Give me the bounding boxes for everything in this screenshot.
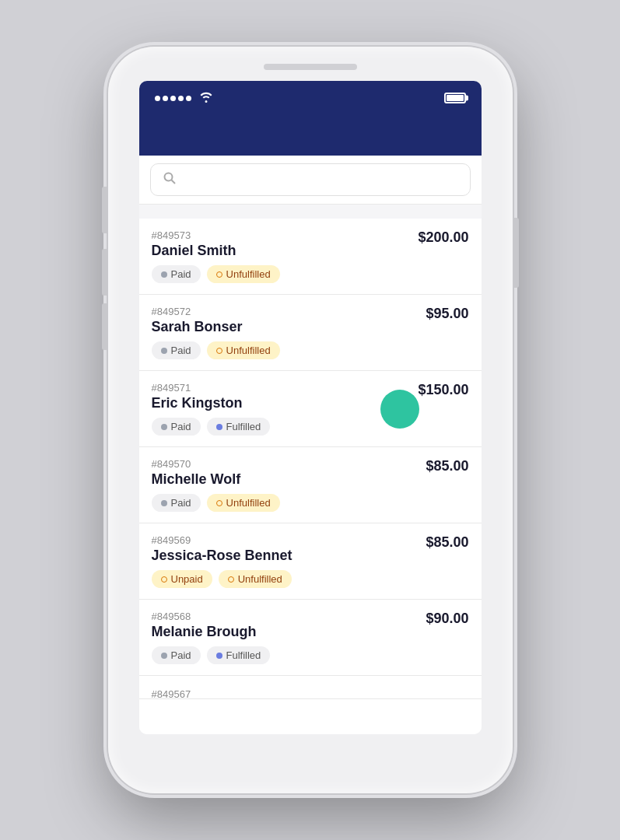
order-tag-unfulfilled: Unfulfilled xyxy=(207,265,280,283)
order-info: #849569 Jessica-Rose Bennet xyxy=(152,534,292,564)
tag-dot xyxy=(216,653,222,659)
tag-dot xyxy=(161,424,167,430)
tag-dot xyxy=(216,424,222,430)
search-icon xyxy=(163,172,176,187)
tag-label: Paid xyxy=(171,345,191,356)
order-item[interactable]: #849569 Jessica-Rose Bennet $85.00 Unpai… xyxy=(139,523,482,600)
tag-label: Paid xyxy=(171,649,191,661)
phone-screen: #849573 Daniel Smith $200.00 Paid Unfulf… xyxy=(139,81,482,734)
order-tag-paid: Paid xyxy=(152,418,201,436)
order-name: Sarah Bonser xyxy=(152,319,243,335)
order-tag-unfulfilled: Unfulfilled xyxy=(207,341,280,359)
tag-label: Fulfilled xyxy=(226,649,261,661)
order-number: #849567 xyxy=(152,688,191,700)
signal-dots xyxy=(155,96,191,101)
order-number: #849572 xyxy=(152,306,243,317)
order-tag-fulfilled: Fulfilled xyxy=(207,418,271,436)
tag-dot xyxy=(216,500,222,506)
order-price: $85.00 xyxy=(426,534,468,551)
battery-icon xyxy=(444,93,466,103)
order-price: $95.00 xyxy=(426,306,468,322)
tag-label: Paid xyxy=(171,268,191,280)
tag-label: Fulfilled xyxy=(226,421,261,432)
order-tags: Paid Unfulfilled xyxy=(152,265,469,283)
order-tag-fulfilled: Fulfilled xyxy=(207,646,271,664)
order-price: $90.00 xyxy=(426,611,468,627)
tag-dot xyxy=(161,576,167,583)
wifi-icon xyxy=(199,92,213,105)
order-top-row: #849573 Daniel Smith $200.00 xyxy=(152,229,469,259)
order-tag-paid: Paid xyxy=(152,646,201,664)
tag-dot xyxy=(228,576,234,583)
status-left xyxy=(155,92,213,105)
tag-label: Unfulfilled xyxy=(238,573,282,585)
status-bar xyxy=(139,81,482,115)
signal-dot-4 xyxy=(178,96,184,101)
signal-dot-1 xyxy=(155,96,160,101)
order-item[interactable]: #849571 Eric Kingston $150.00 Paid Fulfi… xyxy=(139,371,482,447)
tag-dot xyxy=(161,348,167,354)
order-item[interactable]: #849572 Sarah Bonser $95.00 Paid Unfulfi… xyxy=(139,295,482,371)
section-header xyxy=(139,205,482,219)
order-tag-unfulfilled: Unfulfilled xyxy=(207,494,280,512)
svg-line-1 xyxy=(171,180,175,184)
tag-dot xyxy=(216,271,222,278)
order-tags: Unpaid Unfulfilled xyxy=(152,570,469,588)
order-tags: Paid Unfulfilled xyxy=(152,494,469,512)
svg-point-0 xyxy=(164,173,172,181)
order-name: Eric Kingston xyxy=(152,395,243,411)
search-container xyxy=(139,156,482,205)
signal-dot-2 xyxy=(163,96,168,101)
order-top-row: #849569 Jessica-Rose Bennet $85.00 xyxy=(152,534,469,564)
order-tag-paid: Paid xyxy=(152,341,201,359)
tag-label: Unfulfilled xyxy=(226,497,271,509)
order-tag-unfulfilled: Unfulfilled xyxy=(219,570,292,588)
order-number: #849569 xyxy=(152,534,292,546)
tag-dot xyxy=(161,271,167,278)
search-box[interactable] xyxy=(150,163,471,196)
order-tags: Paid Unfulfilled xyxy=(152,341,469,359)
order-number: #849570 xyxy=(152,458,241,470)
order-name: Melanie Brough xyxy=(152,624,257,640)
order-price: $85.00 xyxy=(426,458,468,474)
order-top-row: #849572 Sarah Bonser $95.00 xyxy=(152,306,469,335)
order-item[interactable]: #849573 Daniel Smith $200.00 Paid Unfulf… xyxy=(139,219,482,295)
tag-label: Unfulfilled xyxy=(226,268,271,280)
order-item[interactable]: #849570 Michelle Wolf $85.00 Paid Unfulf… xyxy=(139,447,482,523)
order-name: Daniel Smith xyxy=(152,243,236,259)
order-info: #849573 Daniel Smith xyxy=(152,229,236,259)
order-price: $150.00 xyxy=(418,382,468,398)
order-price: $200.00 xyxy=(418,229,468,246)
speaker-slot xyxy=(264,64,357,70)
order-tag-paid: Paid xyxy=(152,265,201,283)
order-name: Michelle Wolf xyxy=(152,471,241,488)
tag-label: Paid xyxy=(171,497,191,509)
battery-fill xyxy=(447,95,464,101)
order-info: #849568 Melanie Brough xyxy=(152,611,257,640)
order-number: #849573 xyxy=(152,229,236,241)
order-top-row: #849571 Eric Kingston $150.00 xyxy=(152,382,469,411)
order-item[interactable]: #849567 xyxy=(139,676,482,699)
order-top-row: #849568 Melanie Brough $90.00 xyxy=(152,611,469,640)
order-tags: Paid Fulfilled xyxy=(152,646,469,664)
order-tag-paid: Paid xyxy=(152,494,201,512)
phone-frame: #849573 Daniel Smith $200.00 Paid Unfulf… xyxy=(108,47,513,793)
app-header xyxy=(139,115,482,156)
tag-dot xyxy=(161,500,167,506)
order-tags: Paid Fulfilled xyxy=(152,418,469,436)
order-number: #849571 xyxy=(152,382,243,394)
tag-label: Unfulfilled xyxy=(226,345,271,356)
tag-label: Paid xyxy=(171,421,191,432)
order-info: #849570 Michelle Wolf xyxy=(152,458,241,488)
signal-dot-5 xyxy=(186,96,191,101)
tag-dot xyxy=(161,653,167,659)
order-name: Jessica-Rose Bennet xyxy=(152,548,292,564)
status-right xyxy=(436,93,466,103)
tag-dot xyxy=(216,348,222,354)
tag-label: Unpaid xyxy=(171,573,203,585)
orders-list: #849573 Daniel Smith $200.00 Paid Unfulf… xyxy=(139,219,482,734)
notification-dot xyxy=(380,390,419,429)
order-number: #849568 xyxy=(152,611,257,622)
signal-dot-3 xyxy=(170,96,176,101)
order-item[interactable]: #849568 Melanie Brough $90.00 Paid Fulfi… xyxy=(139,600,482,676)
